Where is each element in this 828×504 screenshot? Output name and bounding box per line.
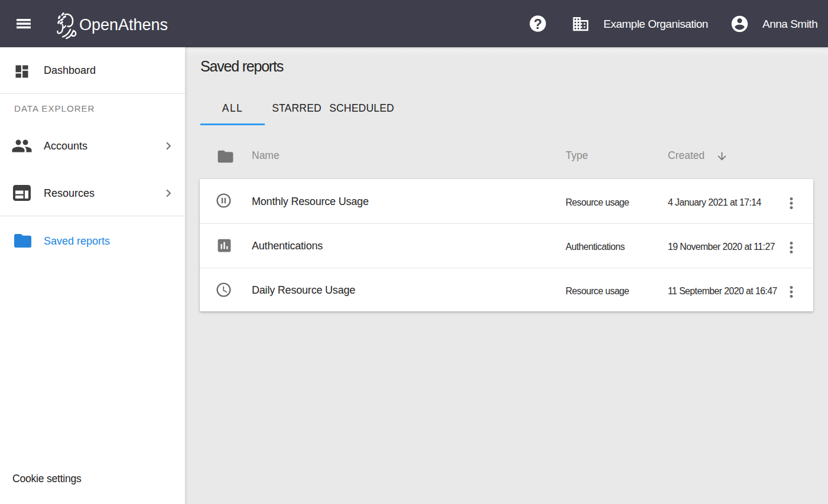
svg-text:?: ? [534,17,542,32]
